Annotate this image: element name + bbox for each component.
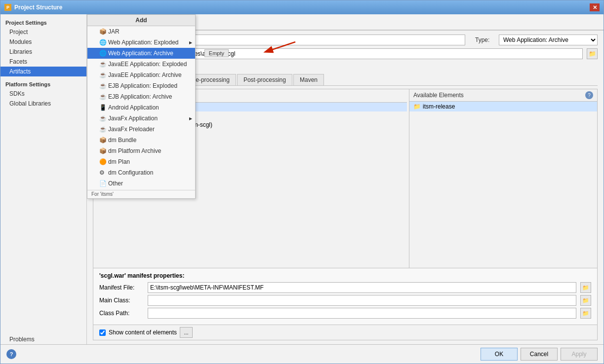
other-icon: 📄: [99, 180, 106, 187]
close-button[interactable]: ✕: [590, 3, 600, 11]
app-icon: P: [4, 4, 11, 11]
main-content: Project Settings Project Modules Librari…: [0, 14, 604, 344]
dropdown-header: Add: [87, 15, 195, 26]
tab-post-processing[interactable]: Post-processing: [237, 74, 292, 85]
dropdown-item-android-app[interactable]: 📱 Android Application: [87, 102, 195, 113]
dm-plan-icon: 🟠: [99, 158, 106, 165]
manifest-file-input[interactable]: [148, 282, 576, 293]
web-exploded-icon: 🌐: [99, 39, 106, 46]
javafx-app-icon: ☕: [99, 115, 106, 122]
manifest-section: 'scgl.war' manifest properties: Manifest…: [93, 268, 597, 325]
sidebar: Project Settings Project Modules Librari…: [0, 14, 87, 344]
show-content-checkbox[interactable]: [99, 329, 106, 336]
sidebar-item-global-libraries[interactable]: Global Libraries: [0, 99, 86, 109]
sidebar-item-sdks[interactable]: SDKs: [0, 89, 86, 99]
dropdown-item-ejb-archive[interactable]: ☕ EJB Application: Archive: [87, 91, 195, 102]
output-dir-browse-button[interactable]: 📁: [587, 48, 598, 59]
ejb-exploded-icon: ☕: [99, 82, 106, 89]
dropdown-item-jar[interactable]: 📦 JAR: [87, 26, 195, 37]
show-content-options-btn[interactable]: ...: [180, 327, 193, 338]
dropdown-item-other[interactable]: 📄 Other: [87, 178, 195, 189]
manifest-title: 'scgl.war' manifest properties:: [99, 272, 591, 279]
cancel-button[interactable]: Cancel: [521, 348, 558, 361]
sidebar-item-project[interactable]: Project: [0, 27, 86, 37]
available-help-icon[interactable]: ?: [585, 91, 593, 99]
type-select-container: Web Application: Archive: [499, 35, 598, 45]
android-icon: 📱: [99, 104, 106, 111]
title-bar: P Project Structure ✕: [0, 0, 604, 14]
class-path-row: Class Path: 📁: [99, 308, 591, 319]
apply-button[interactable]: Apply: [561, 348, 598, 361]
main-class-label: Main Class:: [99, 297, 144, 304]
sidebar-item-problems[interactable]: Problems: [0, 334, 86, 344]
empty-badge[interactable]: Empty: [204, 49, 229, 57]
javaee-exploded-icon: ☕: [99, 61, 106, 68]
available-header: Available Elements ?: [409, 89, 597, 102]
bottom-right: OK Cancel Apply: [481, 348, 598, 361]
dropdown-item-javaee-exploded[interactable]: ☕ JavaEE Application: Exploded: [87, 59, 195, 70]
platform-settings-heading: Platform Settings: [0, 76, 86, 89]
bottom-left: ?: [6, 349, 16, 359]
class-path-input[interactable]: [148, 308, 576, 319]
add-dropdown-menu: Add 📦 JAR 🌐 Web Application: Exploded 🌐 …: [87, 14, 196, 199]
available-elements-panel: Available Elements ? 📁 itsm-release: [409, 89, 597, 268]
class-path-browse[interactable]: 📁: [580, 308, 591, 319]
main-class-input[interactable]: [148, 295, 576, 306]
type-label: Type:: [475, 36, 495, 43]
for-itsms-label: For 'itsms': [87, 190, 195, 198]
jar-icon: 📦: [99, 28, 106, 35]
itsm-release-icon: 📁: [413, 103, 421, 110]
main-class-browse[interactable]: 📁: [580, 295, 591, 306]
manifest-file-browse[interactable]: 📁: [580, 282, 591, 293]
available-item-itsm-release[interactable]: 📁 itsm-release: [409, 102, 597, 111]
project-structure-dialog: P Project Structure ✕ Project Settings P…: [0, 0, 604, 364]
bottom-bar: ? OK Cancel Apply: [0, 344, 604, 364]
dm-platform-icon: 📦: [99, 147, 106, 154]
dm-bundle-icon: 📦: [99, 137, 106, 144]
dropdown-item-javaee-archive[interactable]: ☕ JavaEE Application: Archive: [87, 70, 195, 80]
dropdown-item-dm-bundle[interactable]: 📦 dm Bundle: [87, 135, 195, 146]
web-archive-icon: 🌐: [99, 50, 106, 57]
dm-config-icon: ⚙: [99, 169, 106, 176]
manifest-file-row: Manifest File: 📁: [99, 282, 591, 293]
dropdown-item-dm-config[interactable]: ⚙ dm Configuration: [87, 167, 195, 178]
sidebar-item-artifacts[interactable]: Artifacts: [0, 67, 86, 76]
sidebar-item-facets[interactable]: Facets: [0, 57, 86, 67]
dialog-title: Project Structure: [14, 4, 62, 11]
javafx-preloader-icon: ☕: [99, 126, 106, 133]
project-settings-heading: Project Settings: [0, 17, 86, 27]
dropdown-item-web-exploded[interactable]: 🌐 Web Application: Exploded: [87, 37, 195, 48]
show-content-label: Show content of elements: [109, 329, 177, 336]
manifest-file-label: Manifest File:: [99, 284, 144, 291]
dropdown-item-ejb-exploded[interactable]: ☕ EJB Application: Exploded: [87, 80, 195, 91]
dropdown-item-dm-plan[interactable]: 🟠 dm Plan: [87, 156, 195, 167]
type-dropdown[interactable]: Web Application: Archive: [499, 35, 598, 45]
ejb-archive-icon: ☕: [99, 93, 106, 100]
class-path-label: Class Path:: [99, 310, 144, 317]
help-button[interactable]: ?: [6, 349, 16, 359]
show-content-row: Show content of elements ...: [93, 325, 597, 340]
main-class-row: Main Class: 📁: [99, 295, 591, 306]
ok-button[interactable]: OK: [481, 348, 518, 361]
sidebar-item-libraries[interactable]: Libraries: [0, 47, 86, 57]
sidebar-item-modules[interactable]: Modules: [0, 37, 86, 47]
dropdown-item-javafx-preloader[interactable]: ☕ JavaFx Preloader: [87, 124, 195, 135]
tab-maven[interactable]: Maven: [293, 74, 324, 85]
dropdown-item-javafx-app[interactable]: ☕ JavaFx Application: [87, 113, 195, 124]
right-panel: + − ⧉ | ◀ ▶ Add 📦 JAR 🌐: [87, 14, 604, 344]
dropdown-item-dm-platform[interactable]: 📦 dm Platform Archive: [87, 146, 195, 156]
javaee-archive-icon: ☕: [99, 72, 106, 78]
dropdown-item-web-archive[interactable]: 🌐 Web Application: Archive Empty: [87, 48, 195, 59]
title-bar-left: P Project Structure: [4, 4, 62, 11]
